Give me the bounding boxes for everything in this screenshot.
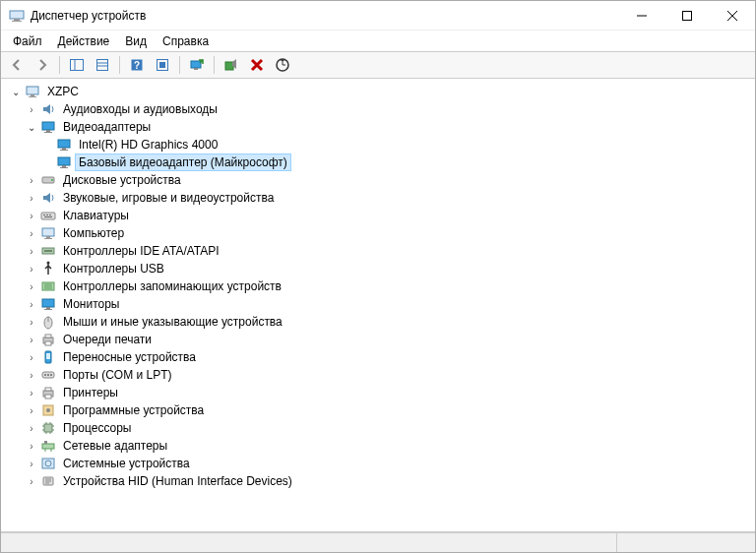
expander-icon[interactable] — [9, 85, 23, 98]
tree-root-node[interactable]: XZPC — [1, 83, 755, 100]
svg-rect-17 — [194, 68, 198, 70]
help-button[interactable]: ? — [125, 54, 149, 76]
statusbar — [1, 532, 755, 553]
tree-item-label: Сетевые адаптеры — [60, 438, 170, 454]
expander-icon[interactable] — [25, 350, 38, 364]
audio-icon — [40, 101, 56, 117]
tree-item-label: Базовый видеоадаптер (Майкрософт) — [76, 154, 290, 170]
display-icon — [40, 119, 56, 135]
expander-icon[interactable] — [25, 421, 38, 435]
expander-icon[interactable] — [25, 333, 38, 346]
keyboard-icon — [40, 208, 56, 223]
minimize-button[interactable] — [619, 1, 664, 31]
tree-category-node[interactable]: Порты (COM и LPT) — [1, 366, 755, 384]
tree-item-label: Видеоадаптеры — [60, 119, 154, 135]
port-icon — [40, 367, 56, 383]
titlebar: Диспетчер устройств — [1, 1, 755, 31]
tree-category-node[interactable]: Контроллеры запоминающих устройств — [1, 277, 755, 295]
tree-category-node[interactable]: Сетевые адаптеры — [1, 437, 755, 455]
tree-category-node[interactable]: Переносные устройства — [1, 348, 755, 366]
expander-icon[interactable] — [40, 155, 54, 169]
uninstall-device-button[interactable] — [245, 54, 269, 76]
menu-help[interactable]: Справка — [155, 32, 217, 50]
toolbar-separator — [179, 56, 180, 74]
expander-icon[interactable] — [25, 102, 38, 116]
window-title: Диспетчер устройств — [31, 9, 619, 23]
status-panel — [617, 533, 755, 553]
expander-icon[interactable] — [25, 386, 38, 399]
tree-item-label: Очереди печати — [60, 332, 155, 347]
tree-category-node[interactable]: Мыши и иные указывающие устройства — [1, 313, 755, 331]
toolbar-action-button[interactable] — [151, 54, 174, 76]
tree-item-label: Контроллеры USB — [60, 261, 167, 276]
tree-category-node[interactable]: Контроллеры IDE ATA/ATAPI — [1, 242, 755, 260]
display-icon — [56, 137, 72, 153]
svg-rect-2 — [12, 21, 22, 22]
forward-button[interactable] — [31, 54, 54, 76]
tree-category-node[interactable]: Системные устройства — [1, 455, 755, 472]
tree-category-node[interactable]: Дисковые устройства — [1, 171, 755, 189]
menu-action[interactable]: Действие — [50, 32, 118, 50]
tree-category-node[interactable]: Программные устройства — [1, 401, 755, 419]
tree-category-node[interactable]: Клавиатуры — [1, 207, 755, 224]
menu-file[interactable]: Файл — [5, 32, 50, 50]
usb-icon — [40, 261, 56, 276]
expander-icon[interactable] — [25, 173, 38, 187]
expander-icon[interactable] — [25, 244, 38, 258]
scan-hardware-button[interactable] — [271, 54, 294, 76]
tree-device-node[interactable]: Intel(R) HD Graphics 4000 — [1, 136, 755, 154]
disk-icon — [40, 172, 56, 188]
expander-icon[interactable] — [25, 474, 38, 488]
menu-view[interactable]: Вид — [117, 32, 155, 50]
expander-icon[interactable] — [25, 457, 38, 470]
display-icon — [56, 154, 72, 170]
device-tree[interactable]: XZPC Аудиовходы и аудиовыходы Видеоадапт… — [1, 79, 755, 532]
tree-category-node[interactable]: Звуковые, игровые и видеоустройства — [1, 189, 755, 207]
svg-rect-7 — [71, 60, 84, 71]
maximize-button[interactable] — [664, 1, 710, 31]
svg-rect-1 — [14, 19, 20, 21]
tree-item-label: Программные устройства — [60, 402, 207, 418]
tree-category-node[interactable]: Аудиовходы и аудиовыходы — [1, 100, 755, 118]
expander-icon[interactable] — [25, 368, 38, 382]
tree-item-label: Порты (COM и LPT) — [60, 367, 175, 383]
system-icon — [40, 456, 56, 471]
expander-icon[interactable] — [25, 297, 38, 311]
svg-rect-9 — [97, 60, 108, 71]
tree-item-label: Устройства HID (Human Interface Devices) — [60, 473, 295, 489]
tree-category-node[interactable]: Контроллеры USB — [1, 260, 755, 277]
expander-icon[interactable] — [40, 138, 54, 152]
computer-icon — [25, 84, 40, 99]
update-driver-button[interactable] — [185, 54, 209, 76]
properties-button[interactable] — [91, 54, 114, 76]
disable-device-button[interactable] — [220, 54, 243, 76]
toolbar-separator — [214, 56, 215, 74]
expander-icon[interactable] — [25, 191, 38, 205]
show-hide-tree-button[interactable] — [65, 54, 89, 76]
expander-icon[interactable] — [25, 315, 38, 329]
expander-icon[interactable] — [25, 439, 38, 453]
tree-category-node[interactable]: Устройства HID (Human Interface Devices) — [1, 472, 755, 490]
svg-text:?: ? — [134, 60, 140, 71]
tree-category-node[interactable]: Видеоадаптеры — [1, 118, 755, 136]
tree-category-node[interactable]: Принтеры — [1, 384, 755, 401]
back-button[interactable] — [5, 54, 29, 76]
expander-icon[interactable] — [25, 226, 38, 240]
tree-item-label: Мыши и иные указывающие устройства — [60, 314, 285, 330]
expander-icon[interactable] — [25, 120, 38, 134]
storage-icon — [40, 278, 56, 294]
tree-category-node[interactable]: Компьютер — [1, 224, 755, 242]
tree-category-node[interactable]: Мониторы — [1, 295, 755, 313]
tree-category-node[interactable]: Очереди печати — [1, 331, 755, 348]
tree-device-node[interactable]: Базовый видеоадаптер (Майкрософт) — [1, 154, 755, 171]
ide-icon — [40, 243, 56, 259]
close-button[interactable] — [710, 1, 755, 31]
tree-item-label: Контроллеры запоминающих устройств — [60, 278, 284, 294]
expander-icon[interactable] — [25, 262, 38, 276]
expander-icon[interactable] — [25, 279, 38, 293]
expander-icon[interactable] — [25, 209, 38, 222]
tree-item-label: Процессоры — [60, 420, 135, 436]
tree-category-node[interactable]: Процессоры — [1, 419, 755, 437]
expander-icon[interactable] — [25, 403, 38, 417]
svg-rect-15 — [159, 62, 165, 68]
